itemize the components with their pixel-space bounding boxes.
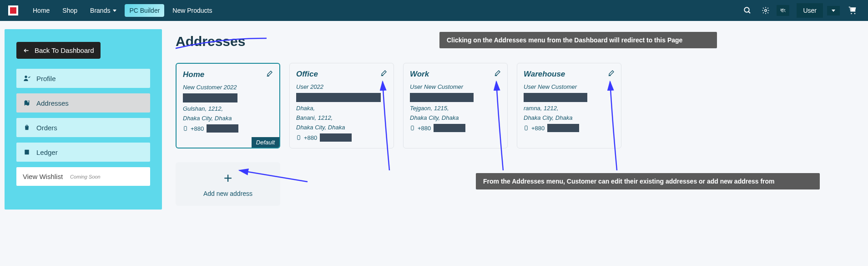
phone-prefix: +880 [531,125,545,132]
address-name: User New Customer [524,83,615,90]
svg-point-0 [745,7,750,12]
svg-point-7 [27,101,29,102]
phone-prefix: +880 [304,134,317,141]
redacted-line [296,93,381,102]
top-nav: Home Shop Brands PC Builder New Products… [0,0,868,21]
map-pin-icon [23,99,31,107]
address-name: New Customer 2022 [183,84,273,91]
sidebar-item-label: Ledger [36,148,58,156]
chevron-down-icon [832,10,835,12]
svg-point-4 [854,13,856,14]
address-card-warehouse: Warehouse User New Customer ramna, 1212,… [517,63,621,148]
plus-icon: + [224,171,232,185]
address-line: Dhaka City, Dhaka [296,124,387,131]
nav-shop[interactable]: Shop [58,4,82,17]
redacted-line [524,93,587,102]
phone-prefix: +880 [191,125,204,132]
edit-icon[interactable] [607,70,615,79]
add-new-label: Add new address [203,190,252,197]
redacted-phone [207,124,238,133]
address-line: Dhaka City, Dhaka [183,115,273,122]
address-card-title: Work [410,70,429,79]
address-card-office: Office User 2022 Dhaka, Banani, 1212, Dh… [289,63,394,148]
address-line: Dhaka City, Dhaka [410,114,501,121]
nav-pc-builder[interactable]: PC Builder [125,4,164,17]
sidebar-item-profile[interactable]: Profile [16,69,150,88]
phone-icon [524,125,529,131]
book-icon [23,148,31,156]
svg-point-3 [851,13,852,14]
back-button-label: Back To Dashboard [35,46,94,54]
address-name: User 2022 [296,83,387,90]
phone-row: +880 [410,124,501,132]
svg-line-1 [749,11,751,13]
svg-point-6 [25,76,27,78]
edit-icon[interactable] [266,70,273,79]
nav-brands[interactable]: Brands [86,4,121,17]
redacted-line [183,93,237,102]
address-card-home: Home New Customer 2022 Gulshan, 1212, Dh… [176,63,280,148]
address-line: Dhaka City, Dhaka [524,114,615,121]
address-cards-row: Home New Customer 2022 Gulshan, 1212, Dh… [176,63,863,148]
settings-icon[interactable] [761,6,770,15]
coming-soon-label: Coming Soon [70,174,101,179]
address-card-title: Home [183,70,204,79]
redacted-phone [320,133,352,142]
address-name: User New Customer [410,83,501,90]
address-line: ramna, 1212, [524,105,615,112]
user-dropdown-icon[interactable] [827,6,840,15]
nav-new-products[interactable]: New Products [168,4,217,17]
sidebar-item-wishlist[interactable]: View Wishlist Coming Soon [16,167,150,186]
phone-row: +880 [524,124,615,132]
phone-prefix: +880 [418,125,431,132]
phone-icon [410,125,415,131]
sidebar-item-label: Addresses [36,99,69,107]
arrow-left-icon [23,47,30,54]
sidebar-item-addresses[interactable]: Addresses [16,93,150,113]
bag-icon [23,123,31,132]
annotation-callout-bottom: From the Addresses menu, Customer can ed… [476,173,820,189]
address-card-title: Office [296,70,318,79]
redacted-line [410,93,474,102]
sidebar: Back To Dashboard Profile Addresses Orde… [5,29,162,210]
sidebar-item-label: View Wishlist [23,173,63,180]
sidebar-item-label: Orders [36,124,57,132]
cart-icon[interactable] [848,6,857,15]
phone-icon [183,125,188,132]
redacted-phone [547,124,579,132]
nav-home[interactable]: Home [28,4,54,17]
annotation-callout-top: Clicking on the Addresses menu from the … [439,32,717,48]
sidebar-item-orders[interactable]: Orders [16,118,150,137]
phone-icon [296,134,301,141]
edit-icon[interactable] [380,70,387,79]
user-menu[interactable]: User [797,3,823,18]
phone-row: +880 [296,133,387,142]
user-icon [23,74,31,82]
search-icon[interactable] [743,6,752,15]
svg-rect-9 [184,126,187,130]
address-card-title: Warehouse [524,70,565,79]
svg-point-2 [765,10,767,12]
address-line: Tejgaon, 1215, [410,105,501,112]
svg-rect-10 [298,135,300,139]
sidebar-item-label: Profile [36,75,56,82]
address-line: Gulshan, 1212, [183,105,273,112]
default-badge: Default [252,137,279,148]
main-content: Clicking on the Addresses menu from the … [176,29,863,206]
svg-rect-11 [411,126,414,130]
svg-rect-12 [525,126,528,130]
logo[interactable] [8,5,18,15]
redacted-phone [434,124,465,132]
language-selector[interactable]: বাং [777,5,789,16]
sidebar-item-ledger[interactable]: Ledger [16,143,150,162]
address-line: Banani, 1212, [296,114,387,121]
phone-row: +880 [183,124,273,133]
address-line: Dhaka, [296,105,387,112]
address-card-work: Work User New Customer Tejgaon, 1215, Dh… [403,63,508,148]
svg-rect-8 [25,150,29,155]
back-to-dashboard-button[interactable]: Back To Dashboard [16,42,101,59]
edit-icon[interactable] [494,70,501,79]
chevron-down-icon [113,10,116,12]
add-new-address-button[interactable]: + Add new address [176,162,280,206]
